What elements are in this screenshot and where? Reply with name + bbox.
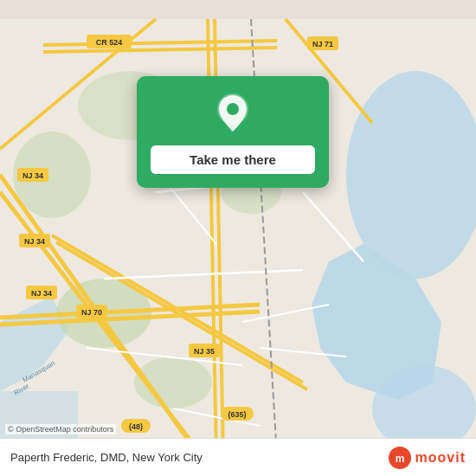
svg-text:(48): (48) <box>129 422 143 431</box>
location-card: Take me there <box>137 76 329 188</box>
place-name: Paperth Frederic, DMD, New York City <box>10 451 203 464</box>
svg-text:NJ 70: NJ 70 <box>81 308 102 317</box>
svg-point-55 <box>227 103 239 115</box>
svg-text:m: m <box>395 453 404 465</box>
moovit-text: moovit <box>415 450 466 466</box>
bottom-bar: Paperth Frederic, DMD, New York City m m… <box>0 438 476 476</box>
svg-text:NJ 71: NJ 71 <box>312 40 333 48</box>
svg-text:NJ 35: NJ 35 <box>194 347 215 356</box>
svg-text:NJ 34: NJ 34 <box>31 289 52 298</box>
svg-text:NJ 34: NJ 34 <box>24 237 45 246</box>
map-background: CR 524 NJ 71 NJ 34 NJ 34 NJ 34 NJ 35 NJ … <box>0 0 476 476</box>
take-me-there-button[interactable]: Take me there <box>151 145 315 174</box>
svg-text:NJ 34: NJ 34 <box>23 171 43 180</box>
svg-text:(635): (635) <box>228 410 246 419</box>
osm-attribution: © OpenStreetMap contributors <box>5 424 116 434</box>
location-pin-icon <box>210 92 255 137</box>
svg-text:CR 524: CR 524 <box>96 38 123 47</box>
map-container: CR 524 NJ 71 NJ 34 NJ 34 NJ 34 NJ 35 NJ … <box>0 0 476 476</box>
moovit-logo: m moovit <box>388 446 466 470</box>
moovit-icon: m <box>388 446 412 470</box>
